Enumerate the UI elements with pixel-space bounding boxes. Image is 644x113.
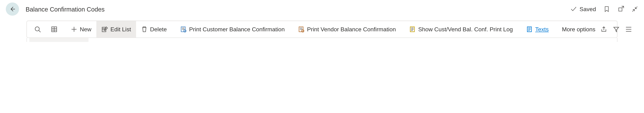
print-vendor-button[interactable]: Print Vendor Balance Confirmation [293, 21, 401, 38]
return-letter-menu[interactable]: Return Letter [88, 38, 150, 42]
new-label: New [80, 26, 91, 33]
search-icon [34, 26, 41, 33]
toolbar-container: New Edit List Delete Print Customer Bala… [0, 21, 644, 42]
command-bar: New Edit List Delete Print Customer Bala… [26, 21, 618, 38]
texts-sub-toolbar: Cover Letter Beginning Text Ending Text [26, 38, 618, 42]
share-icon[interactable] [600, 26, 607, 33]
edit-list-label: Edit List [110, 26, 131, 33]
toolbar-right [600, 26, 635, 33]
arrow-left-icon [10, 6, 15, 12]
more-options-label: More options [562, 26, 596, 33]
texts-label: Texts [535, 26, 549, 33]
detail-pane-icon[interactable] [625, 26, 632, 33]
print-vendor-label: Print Vendor Balance Confirmation [307, 26, 396, 33]
saved-indicator: Saved [570, 6, 596, 12]
log-icon [409, 26, 416, 33]
back-button[interactable] [6, 2, 19, 16]
more-options-button[interactable]: More options [557, 21, 600, 38]
bookmark-icon[interactable] [604, 6, 610, 12]
header-right: Saved [570, 6, 638, 12]
collapse-icon[interactable] [632, 6, 638, 12]
cover-letter-wrap: Cover Letter Beginning Text Ending Text [30, 38, 88, 42]
list-grid-icon [51, 26, 58, 33]
page-header: Balance Confirmation Codes Saved [0, 0, 644, 21]
delete-label: Delete [150, 26, 167, 33]
edit-list-button[interactable]: Edit List [96, 21, 136, 38]
popout-icon[interactable] [618, 6, 624, 12]
edit-list-icon [102, 26, 108, 33]
cover-letter-menu[interactable]: Cover Letter [30, 38, 88, 42]
show-log-label: Show Cust/Vend Bal. Conf. Print Log [418, 26, 513, 33]
list-of-entries-menu[interactable]: List of Entries [150, 38, 212, 42]
new-button[interactable]: New [66, 21, 96, 38]
texts-button[interactable]: Texts [521, 21, 554, 38]
page-title: Balance Confirmation Codes [26, 5, 105, 12]
texts-icon [526, 26, 533, 33]
saved-label: Saved [580, 6, 596, 12]
print-customer-icon [180, 26, 187, 33]
search-button[interactable] [30, 21, 46, 38]
print-vendor-icon [298, 26, 304, 33]
check-icon [570, 6, 577, 12]
show-log-button[interactable]: Show Cust/Vend Bal. Conf. Print Log [404, 21, 518, 38]
list-view-button[interactable] [46, 21, 62, 38]
print-customer-button[interactable]: Print Customer Balance Confirmation [175, 21, 290, 38]
svg-point-0 [35, 27, 39, 31]
trash-icon [141, 26, 148, 33]
plus-icon [71, 26, 78, 33]
header-left: Balance Confirmation Codes [6, 2, 105, 16]
print-customer-label: Print Customer Balance Confirmation [189, 26, 285, 33]
filter-icon[interactable] [613, 26, 620, 33]
delete-button[interactable]: Delete [136, 21, 172, 38]
